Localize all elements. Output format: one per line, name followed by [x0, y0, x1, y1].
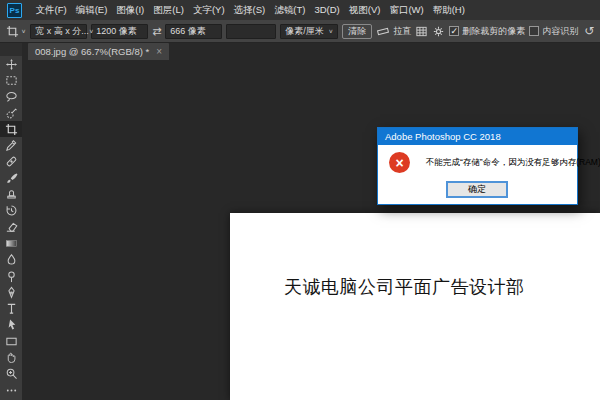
spot-healing-brush-tool[interactable] [0, 154, 22, 170]
canvas-text: 天诚电脑公司平面广告设计部 [284, 275, 525, 299]
photoshop-logo-icon: Ps [7, 3, 22, 18]
menu-type[interactable]: 文字(Y) [188, 0, 229, 20]
ok-button[interactable]: 确定 [446, 181, 508, 198]
error-icon: × [389, 152, 410, 173]
chevron-down-icon: ∨ [89, 25, 94, 36]
menu-3d[interactable]: 3D(D) [310, 0, 344, 20]
menu-help[interactable]: 帮助(H) [428, 0, 469, 20]
dodge-tool[interactable] [0, 268, 22, 284]
eyedropper-tool[interactable] [0, 137, 22, 153]
menu-image[interactable]: 图像(I) [112, 0, 149, 20]
move-tool[interactable] [0, 56, 22, 72]
reset-tool-icon[interactable]: ↺ [584, 25, 594, 37]
document-tab-title: 008.jpg @ 66.7%(RGB/8) * [35, 46, 149, 57]
zoom-tool[interactable] [0, 366, 22, 382]
eraser-tool[interactable] [0, 219, 22, 235]
menu-bar: Ps 文件(F) 编辑(E) 图像(I) 图层(L) 文字(Y) 选择(S) 滤… [0, 0, 600, 21]
menu-filter[interactable]: 滤镜(T) [270, 0, 310, 20]
crop-height-input[interactable]: 666 像素 [165, 24, 222, 39]
straighten-button[interactable]: 拉直 [376, 25, 411, 38]
chevron-down-icon: ∨ [21, 28, 26, 34]
menu-file[interactable]: 文件(F) [31, 0, 71, 20]
brush-tool[interactable] [0, 170, 22, 186]
menu-window[interactable]: 窗口(W) [385, 0, 428, 20]
quick-selection-tool[interactable] [0, 105, 22, 121]
error-dialog: Adobe Photoshop CC 2018 × 不能完成“存储”命令，因为没… [377, 127, 578, 205]
delete-cropped-pixels-checkbox[interactable]: ✓ [449, 26, 459, 36]
crop-tool-icon [6, 25, 19, 38]
content-aware-checkbox[interactable] [529, 26, 539, 36]
menu-view[interactable]: 视图(V) [344, 0, 385, 20]
gradient-tool[interactable] [0, 235, 22, 251]
clear-button[interactable]: 清除 [342, 24, 372, 39]
hand-tool[interactable] [0, 349, 22, 365]
tool-options-bar: ∨ 宽 x 高 x 分... ∨ 1200 像素 ⇄ 666 像素 像素/厘米 … [0, 20, 600, 43]
document-tab[interactable]: 008.jpg @ 66.7%(RGB/8) * × [28, 43, 169, 60]
edit-toolbar-ellipsis-icon[interactable] [0, 382, 22, 398]
error-dialog-title-bar[interactable]: Adobe Photoshop CC 2018 [378, 128, 577, 145]
history-brush-tool[interactable] [0, 203, 22, 219]
overlay-options-icon[interactable] [415, 25, 428, 38]
delete-cropped-pixels-option[interactable]: ✓ 删除裁剪的像素 [449, 25, 525, 38]
crop-preset-dropdown[interactable]: 宽 x 高 x 分... ∨ [30, 24, 87, 39]
error-dialog-body: × 不能完成“存储”命令，因为没有足够内存(RAM)。 确定 [378, 145, 577, 204]
straighten-icon [376, 25, 390, 37]
type-tool[interactable] [0, 300, 22, 316]
photoshop-window: Ps 文件(F) 编辑(E) 图像(I) 图层(L) 文字(Y) 选择(S) 滤… [0, 0, 600, 400]
blur-tool[interactable] [0, 252, 22, 268]
lasso-tool[interactable] [0, 89, 22, 105]
close-icon[interactable]: × [156, 47, 162, 57]
chevron-down-icon: ∨ [328, 25, 333, 36]
crop-tool[interactable] [0, 121, 22, 137]
menu-edit[interactable]: 编辑(E) [71, 0, 112, 20]
rectangle-shape-tool[interactable] [0, 333, 22, 349]
crop-settings-gear-icon[interactable] [432, 25, 445, 38]
path-selection-tool[interactable] [0, 317, 22, 333]
clone-stamp-tool[interactable] [0, 186, 22, 202]
checkmark-icon: ✓ [451, 27, 459, 36]
menu-select[interactable]: 选择(S) [229, 0, 270, 20]
rectangular-marquee-tool[interactable] [0, 72, 22, 88]
active-tool-preset[interactable]: ∨ [6, 25, 26, 38]
error-dialog-message: 不能完成“存储”命令，因为没有足够内存(RAM)。 [426, 157, 600, 169]
crop-width-input[interactable]: 1200 像素 [91, 24, 148, 39]
swap-dimensions-icon[interactable]: ⇄ [152, 26, 161, 37]
resolution-input[interactable] [226, 24, 276, 39]
menu-layer[interactable]: 图层(L) [149, 0, 189, 20]
pen-tool[interactable] [0, 284, 22, 300]
tools-panel [0, 43, 22, 400]
content-aware-option[interactable]: 内容识别 [529, 25, 578, 38]
resolution-unit-dropdown[interactable]: 像素/厘米 ∨ [280, 24, 338, 39]
document-canvas[interactable]: 天诚电脑公司平面广告设计部 [230, 213, 600, 400]
